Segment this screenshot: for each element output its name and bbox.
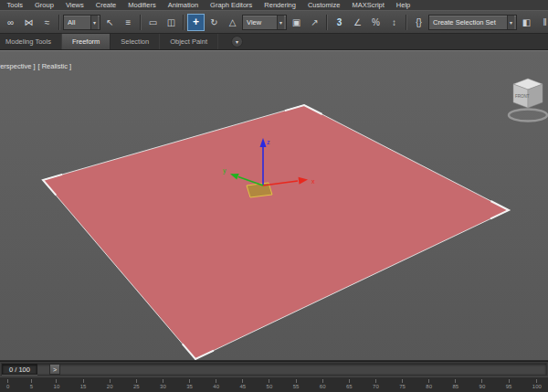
menu-item[interactable]: Customize <box>301 0 345 10</box>
selection-filter-dropdown[interactable]: All ▾ <box>63 15 100 30</box>
tick-mark <box>349 379 350 383</box>
tick-mark <box>428 379 429 383</box>
unlink-selection-button[interactable]: ⋈ <box>20 14 37 31</box>
snap-toggle-3d-button[interactable]: 3 <box>331 14 348 31</box>
select-object-button[interactable]: ↖ <box>101 14 119 31</box>
tick-mark <box>189 379 190 383</box>
tick-mark <box>269 379 269 383</box>
menu-item[interactable]: Animation <box>162 0 204 10</box>
tick-mark <box>163 379 163 383</box>
selection-filter-value: All <box>68 18 88 26</box>
trackbar-tick: 100 <box>532 379 542 392</box>
tick-label: 60 <box>320 384 326 390</box>
select-and-link-button[interactable]: ∞ <box>2 14 19 31</box>
tick-mark <box>7 379 8 383</box>
trackbar-tick: 95 <box>506 379 512 392</box>
select-by-name-button[interactable]: ≡ <box>120 14 137 31</box>
tick-mark <box>455 379 456 383</box>
perspective-viewport[interactable]: [ Perspective ] [ Realistic ] z x <box>0 50 548 361</box>
tick-mark <box>216 379 216 383</box>
tick-mark <box>402 379 403 383</box>
gizmo-z-label: z <box>267 139 270 145</box>
tick-mark <box>110 379 111 383</box>
menu-item[interactable]: Tools <box>1 0 29 10</box>
window-crossing-toggle[interactable]: ◫ <box>163 14 180 31</box>
spinner-snap-toggle[interactable]: ↕ <box>385 14 403 31</box>
gizmo-x-label: x <box>311 178 315 185</box>
tick-mark <box>509 379 510 383</box>
trackbar-tick: 25 <box>133 379 140 392</box>
tick-label: 30 <box>160 384 166 390</box>
tick-mark <box>83 379 84 383</box>
tick-mark <box>296 379 297 383</box>
main-toolbar: ∞ ⋈ ≈ All ▾ ↖ ≡ ▭ ◫ + ↻ △ View ▾ ▣ ↗ 3 ∠… <box>0 10 548 34</box>
tick-label: 70 <box>373 384 379 390</box>
trackbar-tick: 40 <box>213 379 219 392</box>
select-and-move-button[interactable]: + <box>187 14 205 31</box>
trackbar-tick: 65 <box>346 379 353 392</box>
ribbon-minimize-button[interactable]: ▾ <box>231 36 243 48</box>
tick-label: 15 <box>80 384 87 390</box>
next-frame-button[interactable]: > <box>49 364 60 375</box>
trackbar-tick: 80 <box>426 379 432 392</box>
track-bar-ticks: 0 5 10 15 20 25 30 35 <box>6 379 542 392</box>
toolbar-separator <box>406 15 407 30</box>
time-slider-handle[interactable]: 0 / 100 <box>2 364 37 375</box>
menu-item[interactable]: Views <box>59 0 90 10</box>
trackbar-tick: 70 <box>373 379 379 392</box>
viewcube[interactable]: FRONT <box>509 79 547 122</box>
menu-item[interactable]: Help <box>390 0 416 10</box>
trackbar-tick: 85 <box>452 379 458 392</box>
trackbar-tick: 10 <box>54 379 60 392</box>
named-selection-sets-dropdown[interactable]: Create Selection Set ▾ <box>428 15 517 30</box>
time-slider-bar: 0 / 100 > <box>0 361 548 376</box>
trackbar-tick: 0 <box>6 379 9 392</box>
tick-mark <box>56 379 57 383</box>
tab-freeform[interactable]: Freeform <box>62 34 111 49</box>
tick-label: 10 <box>54 384 60 390</box>
viewcube-compass-ring[interactable] <box>509 110 547 122</box>
angle-snap-toggle[interactable]: ∠ <box>349 14 366 31</box>
track-bar[interactable]: 0 5 10 15 20 25 30 35 <box>0 376 548 392</box>
plane-object[interactable] <box>43 105 509 359</box>
select-and-manipulate-button[interactable]: ↗ <box>306 14 323 31</box>
menu-item[interactable]: Create <box>90 0 122 10</box>
viewport-shading-label[interactable]: [ Realistic ] <box>38 62 72 70</box>
percent-snap-toggle[interactable]: % <box>367 14 385 31</box>
tick-label: 50 <box>267 384 273 390</box>
tick-label: 5 <box>30 384 33 390</box>
tick-label: 100 <box>532 384 542 390</box>
trackbar-tick: 15 <box>80 379 87 392</box>
rectangular-selection-region-button[interactable]: ▭ <box>144 14 162 31</box>
align-button[interactable]: ‖ <box>536 14 548 31</box>
viewport-scene[interactable]: z x y FRONT <box>0 51 548 360</box>
chevron-down-icon: ▾ <box>507 16 514 29</box>
trackbar-tick: 50 <box>267 379 273 392</box>
tick-label: 90 <box>480 384 486 390</box>
menu-item[interactable]: Rendering <box>258 0 302 10</box>
edit-named-selection-sets-button[interactable]: {} <box>410 14 427 31</box>
mirror-button[interactable]: ◧ <box>518 14 535 31</box>
select-and-rotate-button[interactable]: ↻ <box>206 14 223 31</box>
menu-item[interactable]: Group <box>29 0 60 10</box>
tick-mark <box>481 379 482 383</box>
menu-item[interactable]: MAXScript <box>346 0 390 10</box>
use-pivot-point-center-button[interactable]: ▣ <box>288 14 305 31</box>
trackbar-tick: 5 <box>30 379 33 392</box>
time-slider-track[interactable] <box>1 363 547 376</box>
viewport-pov-label[interactable]: [ Perspective ] <box>0 62 36 70</box>
select-and-scale-button[interactable]: △ <box>224 14 241 31</box>
tab-object-paint[interactable]: Object Paint <box>160 34 218 49</box>
menu-item[interactable]: Modifiers <box>122 0 162 10</box>
trackbar-tick: 55 <box>293 379 300 392</box>
chevron-down-icon: ▾ <box>277 16 284 29</box>
chevron-down-icon: ▾ <box>90 16 98 29</box>
menu-item[interactable]: Graph Editors <box>205 0 258 10</box>
toolbar-separator <box>183 15 184 30</box>
reference-coordinate-system-dropdown[interactable]: View ▾ <box>242 15 287 30</box>
trackbar-tick: 75 <box>399 379 406 392</box>
tab-modeling-tools[interactable]: Modeling Tools <box>0 34 62 49</box>
tab-selection[interactable]: Selection <box>111 34 160 49</box>
viewcube-front-label: FRONT <box>515 94 530 99</box>
bind-to-space-warp-button[interactable]: ≈ <box>38 14 56 31</box>
